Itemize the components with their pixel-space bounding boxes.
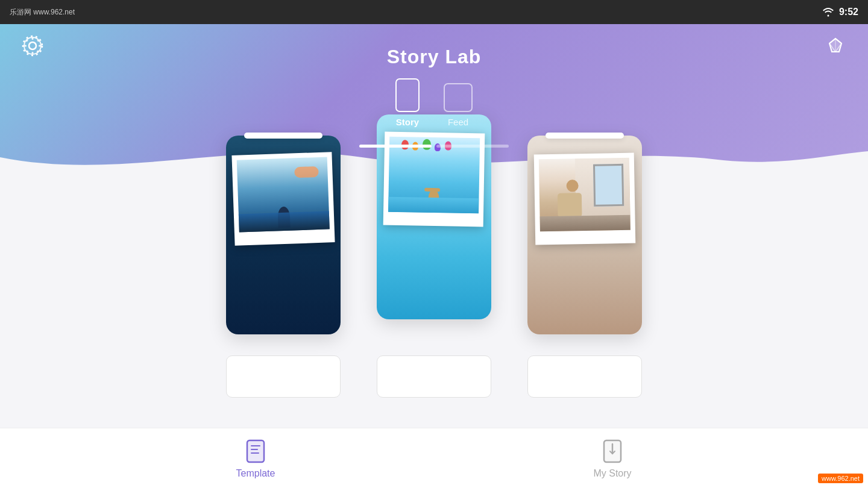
story-indicator (359, 145, 432, 148)
card-top-bar-1 (244, 133, 322, 139)
feed-tab-icon (444, 83, 473, 112)
story-card-1[interactable] (226, 133, 341, 334)
bottom-nav: Template My Story (0, 428, 868, 488)
template-nav-label: Template (236, 468, 275, 479)
thumbnail-3[interactable] (527, 355, 642, 398)
tab-feed[interactable]: Feed (444, 83, 473, 127)
app-title-text: Story Lab (387, 46, 482, 67)
nav-template[interactable]: Template (154, 432, 357, 485)
svg-rect-14 (251, 449, 258, 450)
phone-mockup-1 (226, 136, 341, 334)
status-bar: 乐游网 www.962.net 9:52 (0, 0, 868, 24)
tab-indicators (359, 145, 509, 148)
svg-rect-13 (251, 445, 260, 446)
phone-mockup-3 (527, 136, 642, 334)
status-bar-right: 9:52 (822, 7, 858, 17)
nav-mystory[interactable]: My Story (511, 432, 714, 485)
thumbnail-2[interactable] (377, 355, 491, 398)
feed-tab-label: Feed (448, 117, 468, 127)
card-top-bar-3 (546, 133, 624, 139)
thumbnail-1[interactable] (226, 355, 341, 398)
feed-indicator (436, 145, 509, 148)
story-tab-icon (395, 78, 420, 112)
watermark-text: 乐游网 www.962.net (10, 7, 75, 17)
tab-story[interactable]: Story (395, 78, 420, 127)
template-nav-icon (245, 438, 266, 465)
story-tab-label: Story (396, 117, 419, 127)
cards-container (0, 133, 868, 334)
mystory-nav-icon (602, 438, 623, 465)
svg-rect-12 (247, 440, 264, 462)
format-tabs: Story Feed (395, 78, 473, 127)
app-title: Story Lab (0, 24, 868, 68)
story-card-3[interactable] (527, 133, 642, 334)
svg-rect-15 (251, 452, 259, 454)
wifi-icon (822, 7, 834, 17)
watermark: www.962.net (818, 474, 863, 483)
thumbnail-row (0, 355, 868, 398)
status-bar-left: 乐游网 www.962.net (10, 7, 75, 17)
mystory-nav-label: My Story (593, 468, 631, 479)
time-display: 9:52 (839, 7, 858, 17)
